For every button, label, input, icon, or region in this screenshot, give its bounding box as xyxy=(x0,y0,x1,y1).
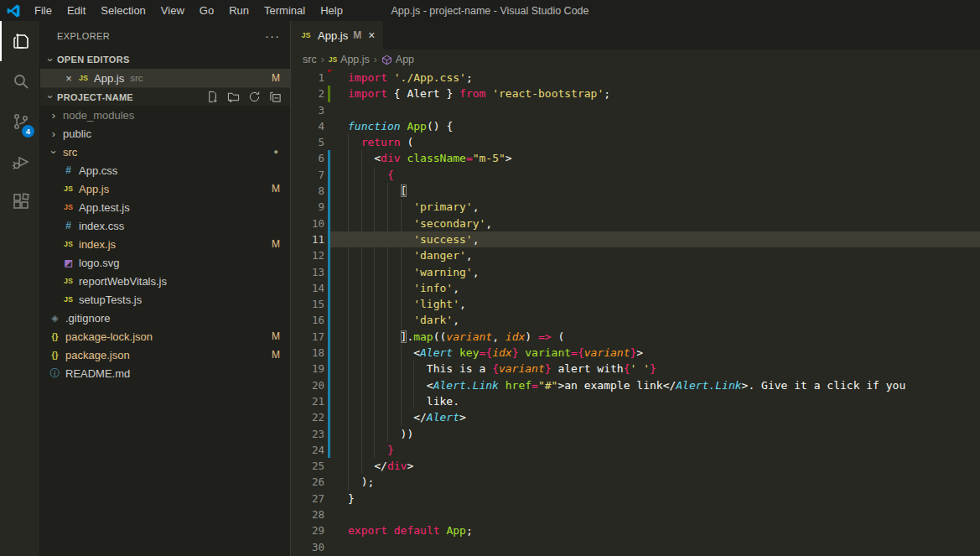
tree-item-index-css[interactable]: #index.css xyxy=(40,216,290,235)
tree-item-package-lock-json[interactable]: {}package-lock.jsonM xyxy=(40,327,290,346)
tree-item-src[interactable]: ›src● xyxy=(40,143,290,161)
code-line[interactable]: 5return ( xyxy=(291,134,980,150)
indent-guide xyxy=(348,280,361,296)
tree-item-app-css[interactable]: #App.css xyxy=(40,161,290,179)
tree-item-package-json[interactable]: {}package.jsonM xyxy=(40,346,290,364)
indent-guide xyxy=(348,312,361,328)
code-line[interactable]: 15'light', xyxy=(291,296,980,312)
line-number: 29 xyxy=(291,522,324,538)
gutter-decoration xyxy=(324,183,335,199)
breadcrumb-app.js[interactable]: JSApp.js xyxy=(329,54,370,65)
code-text: return ( xyxy=(335,134,980,150)
code-line[interactable]: 19This is a {variant} alert with{' '} xyxy=(291,361,980,377)
code-line[interactable]: 24} xyxy=(291,442,980,458)
open-editor-item[interactable]: ×JSApp.jssrcM xyxy=(40,69,290,87)
code-line[interactable]: 9'primary', xyxy=(291,199,980,215)
code-text: <Alert key={idx} variant={variant}> xyxy=(335,345,980,361)
js-file-icon: JS xyxy=(60,295,76,304)
git-modified-gutter-icon xyxy=(328,231,330,247)
activitybar-explorer[interactable] xyxy=(0,21,39,61)
refresh-icon[interactable] xyxy=(248,91,261,103)
code-line[interactable]: 16'dark', xyxy=(291,312,980,328)
tree-item--gitignore[interactable]: ◈.gitignore xyxy=(40,309,290,327)
code-line[interactable]: 28 xyxy=(291,507,980,522)
close-icon[interactable]: × xyxy=(368,29,375,42)
activitybar-source-control[interactable]: 4 xyxy=(0,101,39,142)
tree-item-app-js[interactable]: JSApp.jsM xyxy=(40,179,290,198)
tree-item-public[interactable]: ›public xyxy=(40,124,290,143)
menu-edit[interactable]: Edit xyxy=(60,0,93,21)
collapse-all-icon[interactable] xyxy=(269,91,282,103)
activity-bar: 4 xyxy=(0,21,40,556)
code-line[interactable]: 17].map((variant, idx) => ( xyxy=(291,329,980,345)
open-editors-header[interactable]: › OPEN EDITORS xyxy=(40,50,290,69)
code-line[interactable]: 27} xyxy=(291,491,980,507)
indent-guide xyxy=(361,361,375,377)
code-line[interactable]: 1import './App.css'; xyxy=(291,70,980,86)
menu-selection[interactable]: Selection xyxy=(93,0,153,21)
code-line[interactable]: 7{ xyxy=(291,167,980,183)
menu-help[interactable]: Help xyxy=(313,0,350,21)
indent-guide xyxy=(374,296,387,312)
line-number: 10 xyxy=(291,216,324,231)
close-icon[interactable]: × xyxy=(62,72,75,85)
menu-go[interactable]: Go xyxy=(192,0,221,21)
code-line[interactable]: 4function App() { xyxy=(291,118,980,134)
code-line[interactable]: 11'success', xyxy=(291,231,980,247)
menu-file[interactable]: File xyxy=(27,0,60,21)
line-number: 12 xyxy=(291,247,324,263)
activitybar-run-debug[interactable] xyxy=(0,142,39,182)
tree-item-reportwebvitals-js[interactable]: JSreportWebVitals.js xyxy=(40,272,290,290)
code-editor[interactable]: 1import './App.css';2import { Alert } fr… xyxy=(291,70,980,556)
tree-item-node-modules[interactable]: ›node_modules xyxy=(40,106,290,124)
code-line[interactable]: 30 xyxy=(291,539,980,555)
code-line[interactable]: 23)) xyxy=(291,426,980,442)
new-file-icon[interactable] xyxy=(206,91,219,103)
code-line[interactable]: 8[ xyxy=(291,183,980,199)
tree-item-readme-md[interactable]: ⓘREADME.md xyxy=(40,364,290,382)
git-modified-badge: M xyxy=(272,238,280,250)
new-folder-icon[interactable] xyxy=(227,91,240,103)
code-line[interactable]: 20<Alert.Link href="#">an example link</… xyxy=(291,377,980,393)
code-text: 'danger', xyxy=(335,247,980,263)
file-name: node_modules xyxy=(63,109,134,122)
project-section-header[interactable]: › PROJECT-NAME xyxy=(40,87,290,106)
indent-guide xyxy=(401,409,414,425)
tree-item-setuptests-js[interactable]: JSsetupTests.js xyxy=(40,290,290,309)
tab-appjs[interactable]: JS App.js M × xyxy=(291,21,383,49)
indent-guide xyxy=(387,264,401,280)
code-line[interactable]: 22</Alert> xyxy=(291,409,980,425)
code-line[interactable]: 10'secondary', xyxy=(291,216,980,231)
tree-item-logo-svg[interactable]: ◩logo.svg xyxy=(40,253,290,272)
gutter-decoration xyxy=(324,118,335,134)
menu-view[interactable]: View xyxy=(153,0,192,21)
more-actions-icon[interactable]: ··· xyxy=(265,29,280,43)
gutter-decoration xyxy=(324,539,335,555)
git-modified-gutter-icon xyxy=(328,442,330,458)
code-line[interactable]: 3 xyxy=(291,102,980,118)
tree-item-app-test-js[interactable]: JSApp.test.js xyxy=(40,198,290,216)
line-number: 15 xyxy=(291,296,324,312)
code-line[interactable]: 12'danger', xyxy=(291,247,980,263)
breadcrumb-src[interactable]: src xyxy=(303,54,317,65)
code-line[interactable]: 26); xyxy=(291,474,980,490)
css-file-icon: # xyxy=(60,164,76,176)
activitybar-extensions[interactable] xyxy=(0,182,39,222)
tree-item-index-js[interactable]: JSindex.jsM xyxy=(40,235,290,253)
activitybar-search[interactable] xyxy=(0,61,39,101)
git-modified-gutter-icon xyxy=(328,247,330,263)
code-line[interactable]: 13'warning', xyxy=(291,264,980,280)
code-line[interactable]: 18<Alert key={idx} variant={variant}> xyxy=(291,345,980,361)
breadcrumb-app[interactable]: App xyxy=(381,54,414,65)
menu-terminal[interactable]: Terminal xyxy=(257,0,313,21)
code-line[interactable]: 6<div className="m-5"> xyxy=(291,150,980,166)
code-line[interactable]: 29export default App; xyxy=(291,522,980,538)
indent-guide xyxy=(348,393,361,409)
code-line[interactable]: 21like. xyxy=(291,393,980,409)
code-line[interactable]: 2import { Alert } from 'react-bootstrap'… xyxy=(291,86,980,101)
indent-guide xyxy=(413,361,427,377)
code-line[interactable]: 14'info', xyxy=(291,280,980,296)
code-line[interactable]: 25</div> xyxy=(291,458,980,474)
menu-run[interactable]: Run xyxy=(221,0,257,21)
indent-guide xyxy=(387,183,401,199)
